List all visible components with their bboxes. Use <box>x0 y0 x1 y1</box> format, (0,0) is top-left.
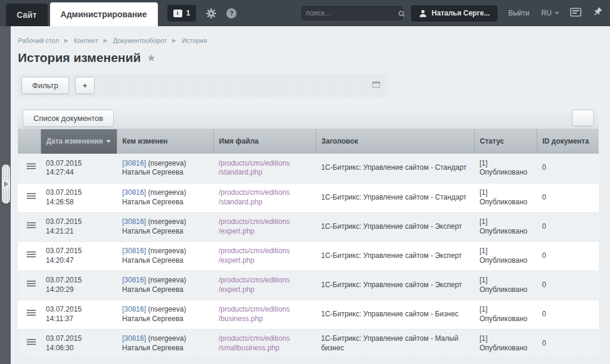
table-row: 03.07.201514:11:37 [30816] (nsergeeva)На… <box>18 300 599 329</box>
search-input[interactable] <box>306 9 399 17</box>
file-path-name: /expert.php <box>219 227 254 235</box>
breadcrumb-separator-icon: ▶ <box>104 38 108 43</box>
user-id-link[interactable]: [30816] <box>122 276 146 284</box>
doc-title: 1С-Битрикс: Управление сайтом - Стандарт <box>316 154 474 183</box>
user-id-link[interactable]: [30816] <box>122 217 146 226</box>
user-login: (nsergeeva) <box>146 159 186 167</box>
change-date: 03.07.2015 <box>46 247 111 256</box>
user-fullname: Наталья Сергеева <box>122 227 208 237</box>
user-id-link[interactable]: [30816] <box>122 334 146 343</box>
change-time: 14:20:29 <box>46 285 111 295</box>
user-login: (nsergeeva) <box>146 247 186 255</box>
notification-count: 1 <box>186 9 191 17</box>
user-fullname: Наталья Сергеева <box>122 168 208 178</box>
file-path-link[interactable]: /products/cms/editions/standard.php <box>219 188 290 207</box>
user-fullname: Наталья Сергеева <box>122 285 208 295</box>
doc-id: 0 <box>537 300 599 329</box>
doc-id: 0 <box>537 212 599 241</box>
notifications-button[interactable]: i 1 <box>167 5 197 21</box>
user-login: (nsergeeva) <box>146 305 186 313</box>
pin-button[interactable] <box>592 7 603 20</box>
column-header-file[interactable]: Имя файла <box>213 129 316 154</box>
change-time: 14:21:21 <box>46 227 111 237</box>
language-label: RU <box>541 9 552 17</box>
hotkeys-button[interactable] <box>570 8 581 19</box>
change-time: 14:20:47 <box>46 256 111 266</box>
change-date: 03.07.2015 <box>46 305 111 315</box>
doc-status: [1] Опубликовано <box>474 270 537 300</box>
logout-link[interactable]: Выйти <box>508 9 530 17</box>
user-id-link[interactable]: [30816] <box>122 188 146 197</box>
file-path-dir: /products/cms/editions <box>219 334 290 343</box>
tab-administration[interactable]: Администрирование <box>50 2 158 26</box>
add-filter-button[interactable]: + <box>75 77 95 94</box>
file-path-link[interactable]: /products/cms/editions/expert.php <box>219 247 290 265</box>
user-id-link[interactable]: [30816] <box>122 247 146 255</box>
row-menu-icon[interactable] <box>27 163 36 164</box>
favorite-star-icon[interactable]: ★ <box>147 52 155 64</box>
user-login: (nsergeeva) <box>146 217 186 226</box>
doc-title: 1С-Битрикс: Управление сайтом - Бизнес <box>316 300 474 329</box>
doc-title: 1С-Битрикс: Управление сайтом - Эксперт <box>316 241 474 270</box>
table-header-row: Дата изменения Кем изменен Имя файла Заг… <box>18 129 599 154</box>
file-path-link[interactable]: /products/cms/editions/expert.php <box>219 217 290 236</box>
breadcrumb-content[interactable]: Контент <box>74 37 98 44</box>
history-table: Дата изменения Кем изменен Имя файла Заг… <box>18 129 599 359</box>
column-label: Дата изменения <box>46 137 103 145</box>
doc-title: 1С-Битрикс: Управление сайтом - Эксперт <box>316 212 474 241</box>
keyboard-icon <box>570 8 581 17</box>
change-time: 14:27:44 <box>46 168 111 178</box>
column-header-editor[interactable]: Кем изменен <box>117 129 213 154</box>
doc-title: 1С-Битрикс: Управление сайтом - Эксперт <box>316 270 474 300</box>
breadcrumb-desktop[interactable]: Рабочий стол <box>18 37 59 44</box>
doc-id: 0 <box>537 329 599 358</box>
doc-id: 0 <box>537 270 599 300</box>
row-menu-icon[interactable] <box>27 310 36 311</box>
doc-id: 0 <box>537 241 599 270</box>
table-row: 03.07.201514:20:29 [30816] (nsergeeva)На… <box>18 270 599 300</box>
help-icon: ? <box>226 8 236 18</box>
sidebar-collapsed-rail <box>0 26 11 364</box>
file-path-link[interactable]: /products/cms/editions/standard.php <box>219 159 290 178</box>
file-path-dir: /products/cms/editions <box>219 188 290 197</box>
column-header-doc-id[interactable]: ID документа <box>537 129 599 154</box>
column-header-status[interactable]: Статус <box>474 129 537 154</box>
user-fullname: Наталья Сергеева <box>122 256 208 266</box>
tab-document-list[interactable]: Список документов <box>23 110 114 127</box>
column-header-title[interactable]: Заголовок <box>316 129 474 154</box>
column-header-date[interactable]: Дата изменения <box>41 129 117 154</box>
row-menu-icon[interactable] <box>27 339 36 340</box>
row-menu-icon[interactable] <box>27 222 36 223</box>
user-login: (nsergeeva) <box>146 276 186 284</box>
tab-site[interactable]: Сайт <box>6 4 48 26</box>
file-path-link[interactable]: /products/cms/editions/business.php <box>219 305 290 323</box>
grid-settings-button[interactable] <box>572 110 594 126</box>
doc-status: [1] Опубликовано <box>474 183 537 212</box>
user-id-link[interactable]: [30816] <box>122 159 146 167</box>
breadcrumb-workflow[interactable]: Документооборот <box>113 37 167 44</box>
file-path-dir: /products/cms/editions <box>219 247 290 255</box>
page-content: Рабочий стол ▶ Контент ▶ Документооборот… <box>11 26 610 364</box>
documents-grid: Список документов <box>18 107 599 359</box>
doc-title: 1С-Битрикс: Управление сайтом - Стандарт <box>316 183 474 212</box>
collapse-panel-icon[interactable] <box>372 82 380 88</box>
pin-icon <box>592 7 603 17</box>
main-area: Рабочий стол ▶ Контент ▶ Документооборот… <box>0 26 610 364</box>
row-menu-icon[interactable] <box>27 193 36 194</box>
sort-desc-icon <box>106 140 111 143</box>
file-path-link[interactable]: /products/cms/editions/expert.php <box>219 276 290 294</box>
sidebar-expand-toggle[interactable] <box>2 164 10 204</box>
file-path-link[interactable]: /products/cms/editions/smallbusiness.php <box>219 334 290 353</box>
row-menu-icon[interactable] <box>27 281 36 282</box>
breadcrumb-history[interactable]: История <box>182 37 207 44</box>
change-date: 03.07.2015 <box>46 188 111 198</box>
file-path-name: /expert.php <box>219 285 254 294</box>
settings-gear-button[interactable] <box>206 8 217 19</box>
language-selector[interactable]: RU <box>541 9 559 17</box>
help-button[interactable]: ? <box>226 8 236 18</box>
row-menu-icon[interactable] <box>27 251 36 253</box>
user-menu-button[interactable]: Наталья Серге... <box>411 5 498 21</box>
filter-button[interactable]: Фильтр <box>21 77 69 94</box>
search-icon[interactable] <box>399 11 404 16</box>
user-id-link[interactable]: [30816] <box>122 305 146 313</box>
